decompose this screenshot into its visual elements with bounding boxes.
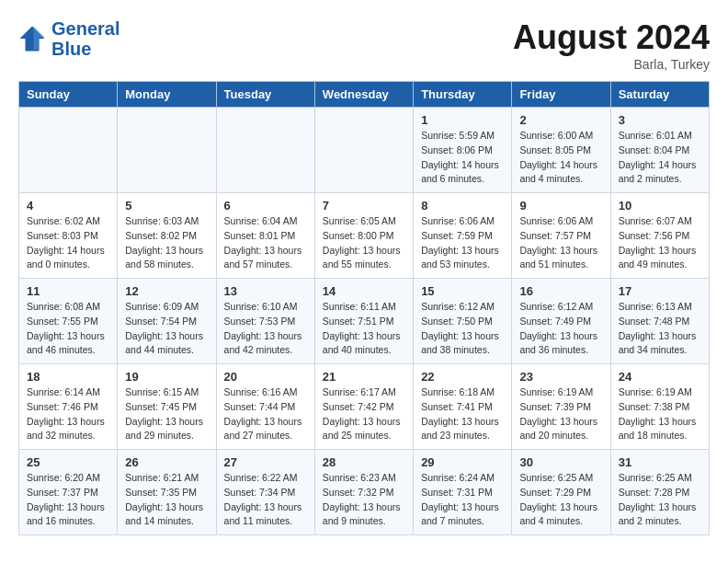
calendar-cell: 26Sunrise: 6:21 AM Sunset: 7:35 PM Dayli… (118, 450, 216, 535)
day-info: Sunrise: 6:25 AM Sunset: 7:28 PM Dayligh… (619, 471, 701, 529)
day-number: 23 (519, 370, 602, 384)
day-info: Sunrise: 6:06 AM Sunset: 7:59 PM Dayligh… (421, 214, 504, 272)
calendar-cell: 16Sunrise: 6:12 AM Sunset: 7:49 PM Dayli… (512, 279, 610, 364)
calendar-cell: 30Sunrise: 6:25 AM Sunset: 7:29 PM Dayli… (512, 450, 610, 535)
day-number: 1 (421, 113, 504, 127)
day-info: Sunrise: 6:17 AM Sunset: 7:42 PM Dayligh… (323, 385, 405, 443)
calendar-table: SundayMondayTuesdayWednesdayThursdayFrid… (18, 81, 710, 535)
day-info: Sunrise: 6:02 AM Sunset: 8:03 PM Dayligh… (27, 214, 109, 272)
calendar-cell: 29Sunrise: 6:24 AM Sunset: 7:31 PM Dayli… (414, 450, 512, 535)
day-info: Sunrise: 6:16 AM Sunset: 7:44 PM Dayligh… (224, 385, 307, 443)
calendar-cell: 4Sunrise: 6:02 AM Sunset: 8:03 PM Daylig… (19, 193, 118, 279)
calendar-cell: 11Sunrise: 6:08 AM Sunset: 7:55 PM Dayli… (19, 279, 118, 364)
calendar-cell (19, 108, 118, 193)
calendar-cell: 27Sunrise: 6:22 AM Sunset: 7:34 PM Dayli… (216, 450, 314, 535)
day-number: 30 (519, 455, 602, 469)
header-sunday: Sunday (19, 82, 118, 108)
calendar-cell: 23Sunrise: 6:19 AM Sunset: 7:39 PM Dayli… (512, 364, 610, 450)
calendar-cell: 15Sunrise: 6:12 AM Sunset: 7:50 PM Dayli… (414, 279, 512, 364)
calendar-cell: 31Sunrise: 6:25 AM Sunset: 7:28 PM Dayli… (610, 450, 709, 535)
calendar-cell: 20Sunrise: 6:16 AM Sunset: 7:44 PM Dayli… (216, 364, 314, 450)
day-number: 10 (619, 199, 701, 213)
day-info: Sunrise: 6:08 AM Sunset: 7:55 PM Dayligh… (27, 300, 109, 358)
month-title: August 2024 (513, 18, 710, 57)
day-info: Sunrise: 6:00 AM Sunset: 8:05 PM Dayligh… (519, 129, 602, 187)
calendar-cell: 28Sunrise: 6:23 AM Sunset: 7:32 PM Dayli… (314, 450, 413, 535)
calendar-cell (118, 108, 216, 193)
day-number: 16 (519, 284, 602, 298)
calendar-cell: 12Sunrise: 6:09 AM Sunset: 7:54 PM Dayli… (118, 279, 216, 364)
calendar-cell: 14Sunrise: 6:11 AM Sunset: 7:51 PM Dayli… (314, 279, 413, 364)
logo: General Blue (18, 18, 119, 59)
day-number: 24 (619, 370, 701, 384)
day-number: 17 (619, 284, 701, 298)
day-info: Sunrise: 6:23 AM Sunset: 7:32 PM Dayligh… (323, 471, 405, 529)
day-number: 31 (619, 455, 701, 469)
week-row-1: 1Sunrise: 5:59 AM Sunset: 8:06 PM Daylig… (19, 108, 710, 193)
calendar-cell: 22Sunrise: 6:18 AM Sunset: 7:41 PM Dayli… (414, 364, 512, 450)
header-thursday: Thursday (414, 82, 512, 108)
calendar-cell: 25Sunrise: 6:20 AM Sunset: 7:37 PM Dayli… (19, 450, 118, 535)
day-number: 7 (323, 199, 405, 213)
header-saturday: Saturday (610, 82, 709, 108)
day-info: Sunrise: 6:11 AM Sunset: 7:51 PM Dayligh… (323, 300, 405, 358)
day-info: Sunrise: 6:12 AM Sunset: 7:49 PM Dayligh… (519, 300, 602, 358)
header-monday: Monday (118, 82, 216, 108)
day-info: Sunrise: 6:12 AM Sunset: 7:50 PM Dayligh… (421, 300, 504, 358)
calendar-cell: 2Sunrise: 6:00 AM Sunset: 8:05 PM Daylig… (512, 108, 610, 193)
day-number: 3 (619, 113, 701, 127)
day-info: Sunrise: 5:59 AM Sunset: 8:06 PM Dayligh… (421, 129, 504, 187)
day-number: 29 (421, 455, 504, 469)
calendar-cell: 18Sunrise: 6:14 AM Sunset: 7:46 PM Dayli… (19, 364, 118, 450)
day-info: Sunrise: 6:19 AM Sunset: 7:38 PM Dayligh… (619, 385, 701, 443)
header-wednesday: Wednesday (314, 82, 413, 108)
day-info: Sunrise: 6:06 AM Sunset: 7:57 PM Dayligh… (519, 214, 602, 272)
day-number: 5 (125, 199, 208, 213)
day-number: 25 (27, 455, 109, 469)
day-number: 14 (323, 284, 405, 298)
day-number: 26 (125, 455, 208, 469)
day-info: Sunrise: 6:20 AM Sunset: 7:37 PM Dayligh… (27, 471, 109, 529)
day-number: 20 (224, 370, 307, 384)
day-number: 21 (323, 370, 405, 384)
week-row-5: 25Sunrise: 6:20 AM Sunset: 7:37 PM Dayli… (19, 450, 710, 535)
calendar-cell: 7Sunrise: 6:05 AM Sunset: 8:00 PM Daylig… (314, 193, 413, 279)
calendar-cell: 24Sunrise: 6:19 AM Sunset: 7:38 PM Dayli… (610, 364, 709, 450)
logo-icon (18, 25, 46, 52)
day-info: Sunrise: 6:21 AM Sunset: 7:35 PM Dayligh… (125, 471, 208, 529)
day-number: 13 (224, 284, 307, 298)
day-number: 15 (421, 284, 504, 298)
day-number: 8 (421, 199, 504, 213)
day-number: 27 (224, 455, 307, 469)
calendar-cell: 21Sunrise: 6:17 AM Sunset: 7:42 PM Dayli… (314, 364, 413, 450)
title-block: August 2024 Barla, Turkey (513, 18, 710, 72)
calendar-cell: 8Sunrise: 6:06 AM Sunset: 7:59 PM Daylig… (414, 193, 512, 279)
day-number: 4 (27, 199, 109, 213)
day-number: 19 (125, 370, 208, 384)
day-number: 6 (224, 199, 307, 213)
week-row-3: 11Sunrise: 6:08 AM Sunset: 7:55 PM Dayli… (19, 279, 710, 364)
calendar-cell (314, 108, 413, 193)
day-number: 9 (519, 199, 602, 213)
calendar-cell: 13Sunrise: 6:10 AM Sunset: 7:53 PM Dayli… (216, 279, 314, 364)
location: Barla, Turkey (513, 57, 710, 72)
day-number: 28 (323, 455, 405, 469)
svg-marker-0 (20, 27, 45, 52)
calendar-cell: 17Sunrise: 6:13 AM Sunset: 7:48 PM Dayli… (610, 279, 709, 364)
day-info: Sunrise: 6:15 AM Sunset: 7:45 PM Dayligh… (125, 385, 208, 443)
calendar-cell: 1Sunrise: 5:59 AM Sunset: 8:06 PM Daylig… (414, 108, 512, 193)
day-info: Sunrise: 6:18 AM Sunset: 7:41 PM Dayligh… (421, 385, 504, 443)
day-number: 2 (519, 113, 602, 127)
day-info: Sunrise: 6:05 AM Sunset: 8:00 PM Dayligh… (323, 214, 405, 272)
logo-text: General Blue (51, 18, 119, 59)
day-info: Sunrise: 6:14 AM Sunset: 7:46 PM Dayligh… (27, 385, 109, 443)
header-friday: Friday (512, 82, 610, 108)
day-info: Sunrise: 6:22 AM Sunset: 7:34 PM Dayligh… (224, 471, 307, 529)
day-info: Sunrise: 6:10 AM Sunset: 7:53 PM Dayligh… (224, 300, 307, 358)
day-info: Sunrise: 6:24 AM Sunset: 7:31 PM Dayligh… (421, 471, 504, 529)
calendar-cell (216, 108, 314, 193)
calendar-header-row: SundayMondayTuesdayWednesdayThursdayFrid… (19, 82, 710, 108)
page-header: General Blue August 2024 Barla, Turkey (18, 18, 710, 72)
calendar-cell: 5Sunrise: 6:03 AM Sunset: 8:02 PM Daylig… (118, 193, 216, 279)
day-info: Sunrise: 6:01 AM Sunset: 8:04 PM Dayligh… (619, 129, 701, 187)
